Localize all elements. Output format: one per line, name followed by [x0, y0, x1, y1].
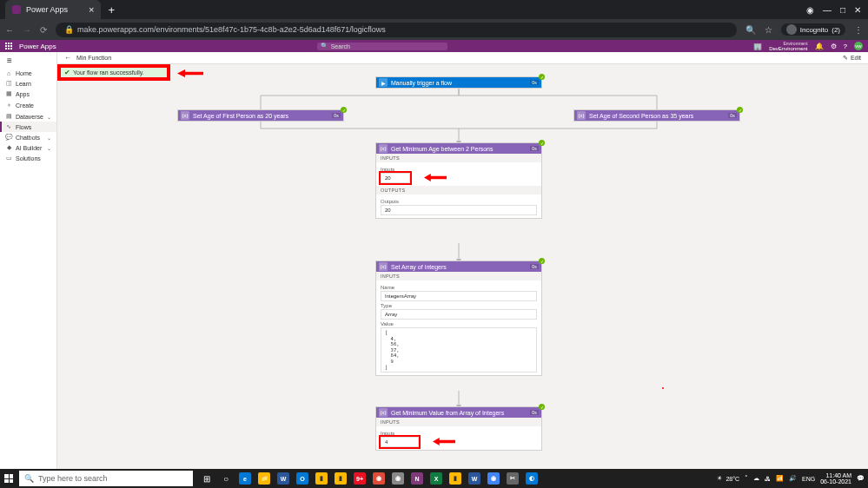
nav-home[interactable]: ⌂Home: [0, 69, 56, 78]
aibuilder-icon: ◆: [5, 144, 12, 151]
outputs-section-label: OUTPUTS: [376, 186, 541, 195]
environment-picker[interactable]: Environment DevEnvironment: [769, 42, 807, 51]
card-min-two-persons[interactable]: {x} Get Minimum Age between 2 Persons 0s…: [375, 142, 542, 219]
nav-apps[interactable]: ▦Apps: [0, 89, 56, 99]
status-success-icon: ✓: [539, 140, 545, 146]
variable-icon: {x}: [379, 408, 388, 417]
flow-name: Min Function: [76, 55, 111, 61]
status-success-icon: ✓: [737, 107, 743, 113]
taskbar-app[interactable]: ◉: [389, 471, 407, 486]
tab-close-icon[interactable]: ×: [89, 4, 94, 15]
maximize-button[interactable]: □: [840, 5, 845, 15]
back-arrow-icon[interactable]: ←: [64, 54, 71, 62]
dataverse-icon: ▤: [5, 113, 12, 120]
nav-hamburger-icon[interactable]: ≡: [0, 52, 56, 69]
incognito-badge[interactable]: Incognito (2): [781, 23, 845, 36]
system-clock[interactable]: 11:40 AM 06-10-2021: [820, 472, 851, 485]
flows-icon: ∿: [5, 123, 12, 130]
user-avatar[interactable]: vw: [854, 42, 863, 50]
taskbar-app[interactable]: N: [408, 471, 426, 486]
forward-button[interactable]: →: [23, 25, 31, 35]
taskbar-app[interactable]: W: [275, 471, 292, 486]
trigger-icon: ▶: [379, 78, 388, 87]
cortana-icon[interactable]: ○: [217, 471, 235, 486]
create-icon: ＋: [5, 101, 12, 109]
duration-badge: 0s: [728, 113, 737, 118]
start-button[interactable]: [0, 469, 17, 488]
app-search[interactable]: 🔍 Search: [317, 43, 447, 50]
inputs-section-label: INPUTS: [376, 154, 541, 162]
taskbar-app[interactable]: ◉: [370, 471, 388, 486]
taskbar-search[interactable]: 🔍 Type here to search: [19, 471, 193, 486]
taskbar-app[interactable]: ▮: [332, 471, 349, 486]
chatbots-icon: 💬: [5, 134, 12, 141]
environment-icon[interactable]: 🏢: [753, 43, 762, 50]
bookmark-icon[interactable]: ☆: [765, 25, 772, 35]
browser-menu-icon[interactable]: ⋮: [854, 25, 863, 35]
breadcrumb-bar: ← Min Function ✎Edit: [57, 52, 868, 64]
settings-icon[interactable]: ⚙: [831, 43, 837, 50]
card-set-age-1[interactable]: {x} Set Age of First Person as 20 years …: [177, 109, 344, 122]
browser-toolbar: ← → ⟳ 🔒 make.powerapps.com/environments/…: [0, 19, 868, 40]
app-brand: Power Apps: [19, 43, 56, 50]
notifications-icon[interactable]: 🔔: [815, 43, 824, 50]
tray-chevron-icon[interactable]: ˄: [745, 475, 748, 482]
new-tab-button[interactable]: +: [108, 3, 115, 16]
browser-tab[interactable]: Power Apps ×: [5, 0, 101, 19]
taskbar-app[interactable]: X: [427, 471, 445, 486]
taskbar-app[interactable]: 📁: [255, 471, 273, 486]
site-info-icon[interactable]: 🔒: [64, 25, 74, 34]
taskbar-app[interactable]: O: [294, 471, 311, 486]
edit-button[interactable]: ✎Edit: [843, 55, 861, 62]
help-icon[interactable]: ?: [844, 43, 847, 50]
tray-volume-icon[interactable]: 🔊: [789, 475, 797, 482]
flow-canvas-area[interactable]: ← Min Function ✎Edit ✔ Your flow ran suc…: [57, 52, 868, 469]
back-button[interactable]: ←: [5, 25, 14, 35]
card-set-array[interactable]: {x} Set Array of Integers 0s ✓ INPUTS Na…: [375, 260, 542, 376]
nav-create[interactable]: ＋Create: [0, 99, 56, 111]
taskbar-app[interactable]: 9+: [351, 471, 368, 486]
tab-favicon: [12, 5, 21, 14]
nav-chatbots[interactable]: 💬Chatbots⌄: [0, 132, 56, 142]
action-center-icon[interactable]: 💬: [857, 475, 865, 482]
search-icon: 🔍: [24, 474, 34, 483]
weather-icon: ☀: [717, 475, 722, 482]
weather-widget[interactable]: ☀ 28°C: [717, 475, 739, 482]
taskbar-app[interactable]: ▮: [313, 471, 330, 486]
taskbar-app[interactable]: ✂: [504, 471, 521, 486]
nav-solutions[interactable]: ▭Solutions: [0, 153, 56, 163]
tray-language[interactable]: ENG: [802, 476, 815, 482]
tray-wifi-icon[interactable]: 📶: [776, 475, 784, 482]
taskbar-app[interactable]: e: [236, 471, 254, 486]
chevron-down-icon: ⌄: [47, 145, 51, 151]
status-success-icon: ✓: [539, 404, 545, 410]
address-bar[interactable]: 🔒 make.powerapps.com/environments/51e8f4…: [56, 23, 737, 37]
card-trigger[interactable]: ▶ Manually trigger a flow 0s ✓: [375, 76, 542, 89]
reload-button[interactable]: ⟳: [40, 25, 47, 35]
nav-learn[interactable]: ◫Learn: [0, 78, 56, 89]
nav-dataverse[interactable]: ▤Dataverse⌄: [0, 111, 56, 122]
chevron-down-icon: ⌄: [47, 114, 51, 120]
windows-taskbar: 🔍 Type here to search ⊞ ○ e 📁 W O ▮ ▮ 9+…: [0, 469, 868, 488]
minimize-button[interactable]: —: [823, 5, 832, 15]
nav-flows[interactable]: ∿Flows: [0, 122, 56, 132]
minarr-inputs-value: 4: [381, 437, 419, 447]
task-view-icon[interactable]: ⊞: [198, 471, 215, 486]
taskbar-app[interactable]: ▮: [447, 471, 464, 486]
close-window-button[interactable]: ✕: [854, 5, 861, 15]
card-set-age-2[interactable]: {x} Set Age of Second Person as 35 years…: [573, 109, 740, 122]
home-icon: ⌂: [5, 70, 12, 76]
taskbar-app[interactable]: ◉: [485, 471, 502, 486]
card-min-array[interactable]: {x} Get Minimum Value from Array of Inte…: [375, 406, 542, 451]
chevron-down-icon: ⌄: [47, 135, 51, 141]
tray-cloud-icon[interactable]: ☁: [753, 475, 759, 482]
taskbar-app[interactable]: ◐: [523, 471, 540, 486]
nav-aibuilder[interactable]: ◆AI Builder⌄: [0, 142, 56, 153]
zoom-icon[interactable]: 🔍: [745, 25, 756, 35]
incognito-indicator-icon: ◉: [806, 5, 814, 15]
taskbar-app[interactable]: W: [466, 471, 483, 486]
duration-badge: 0s: [530, 264, 539, 269]
tray-network-icon[interactable]: 🖧: [765, 476, 771, 482]
check-icon: ✔: [64, 69, 70, 76]
app-launcher-icon[interactable]: [5, 43, 14, 49]
